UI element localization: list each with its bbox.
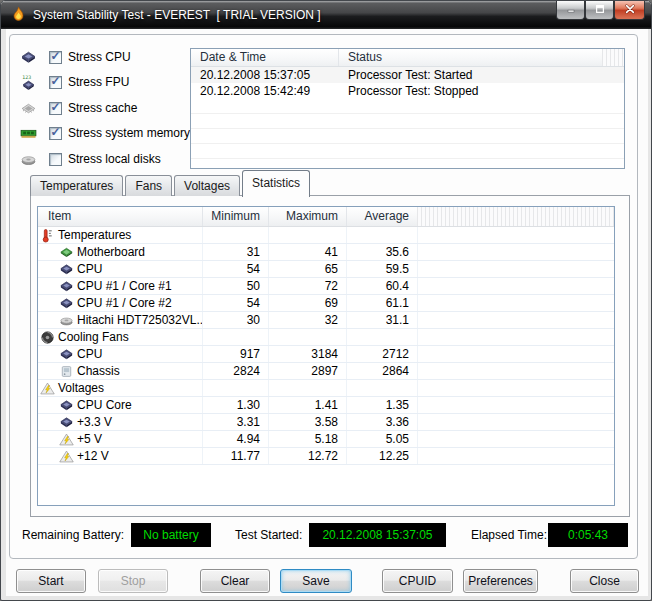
row-average: 2712 [346,346,417,362]
dialog-button[interactable]: Save [280,569,352,593]
column-header-status[interactable]: Status [339,49,602,66]
column-header-minimum[interactable]: Minimum [202,207,268,226]
column-header-date-time[interactable]: Date & Time [191,49,339,66]
column-header-average[interactable]: Average [346,207,417,226]
dialog-button[interactable]: Start [16,569,86,593]
remaining-battery-label: Remaining Battery: [22,523,124,547]
row-average [346,227,417,243]
row-label: CPU [77,346,102,362]
tab[interactable]: Statistics [242,170,310,197]
row-maximum [268,227,346,243]
test-started-label: Test Started: [235,523,302,547]
table-row[interactable]: Chassis 2824 2897 2864 [38,363,614,380]
row-minimum: 4.94 [202,431,268,447]
maximize-button[interactable] [585,1,614,20]
dialog-button[interactable]: Stop [98,569,168,593]
table-row[interactable]: CPU 54 65 59.5 [38,261,614,278]
row-label: Chassis [77,363,120,379]
stress-option-row[interactable]: Stress cache [20,98,137,118]
dialog-button[interactable]: CPUID [382,569,453,593]
row-maximum: 69 [268,295,346,311]
row-label: +12 V [77,448,109,464]
table-row[interactable]: +12 V 11.77 12.72 12.25 [38,448,614,465]
table-row[interactable]: +5 V 4.94 5.18 5.05 [38,431,614,448]
row-maximum: 12.72 [268,448,346,464]
stress-option-row[interactable]: Stress system memory [20,123,190,143]
checkbox[interactable] [49,127,62,140]
table-row[interactable]: CPU #1 / Core #1 50 72 60.4 [38,278,614,295]
table-row[interactable]: CPU #1 / Core #2 54 69 61.1 [38,295,614,312]
dialog-button[interactable]: Close [570,569,639,593]
maximize-icon [594,3,606,18]
column-header-item[interactable]: Item [38,207,202,226]
statistics-table-body: Temperatures Motherboard 31 [38,227,614,465]
stress-option-row[interactable]: 123 Stress FPU [20,72,129,92]
row-minimum: 917 [202,346,268,362]
tab[interactable]: Voltages [174,175,240,196]
table-row[interactable]: Hitachi HDT725032VL... 30 32 31.1 [38,312,614,329]
minimize-icon [565,3,577,18]
row-minimum: 11.77 [202,448,268,464]
cpu-icon [20,49,37,66]
cpu-icon [59,262,74,277]
table-row[interactable]: CPU 917 3184 2712 [38,346,614,363]
row-maximum [268,329,346,345]
elapsed-time-label: Elapsed Time: [471,523,547,547]
table-row[interactable]: +3.3 V 3.31 3.58 3.36 [38,414,614,431]
row-label: CPU [77,261,102,277]
row-average [346,329,417,345]
row-maximum: 65 [268,261,346,277]
event-log-list: Date & Time Status 20.12.2008 15:37:05 P… [190,48,625,169]
close-button[interactable] [614,1,645,20]
motherboard-icon [59,245,74,260]
dialog-button[interactable]: Clear [200,569,270,593]
stress-option-row[interactable]: Stress local disks [20,149,161,169]
row-average: 61.1 [346,295,417,311]
row-average: 5.05 [346,431,417,447]
tab[interactable]: Fans [125,175,172,196]
row-label: Motherboard [77,244,145,260]
row-label: CPU Core [77,397,132,413]
close-icon [624,3,636,18]
tab[interactable]: Temperatures [30,175,123,196]
checkbox[interactable] [49,51,62,64]
table-row[interactable]: Cooling Fans [38,329,614,346]
test-started-value: 20.12.2008 15:37:05 [309,523,446,547]
window-title: System Stability Test - EVEREST [ TRIAL … [33,1,321,29]
row-maximum [268,380,346,396]
event-log-empty-area [191,99,624,168]
stress-option-row[interactable]: Stress CPU [20,47,131,67]
row-maximum: 3.58 [268,414,346,430]
row-average [346,380,417,396]
cpu-icon [59,347,74,362]
row-average: 31.1 [346,312,417,328]
checkbox[interactable] [49,76,62,89]
checkbox[interactable] [49,153,62,166]
row-average: 60.4 [346,278,417,294]
row-maximum: 41 [268,244,346,260]
row-minimum: 54 [202,261,268,277]
minimize-button[interactable] [556,1,585,20]
row-average: 59.5 [346,261,417,277]
flame-icon [10,6,27,23]
table-row[interactable]: Motherboard 31 41 35.6 [38,244,614,261]
client-area: Stress CPU 123 Stress FPU Stress cache S… [6,29,648,596]
memory-icon [20,125,37,142]
table-row[interactable]: CPU Core 1.30 1.41 1.35 [38,397,614,414]
disk-icon [59,313,74,328]
event-log-rows: 20.12.2008 15:37:05 Processor Test: Star… [191,67,624,99]
checkbox[interactable] [49,102,62,115]
table-row[interactable]: Temperatures [38,227,614,244]
dialog-button[interactable]: Preferences [463,569,538,593]
caption-buttons [556,1,645,20]
row-label: +5 V [77,431,102,447]
event-log-header: Date & Time Status [191,49,624,67]
event-log-row[interactable]: 20.12.2008 15:42:49 Processor Test: Stop… [191,83,624,99]
row-label: Cooling Fans [58,329,129,345]
table-row[interactable]: Voltages [38,380,614,397]
event-log-row[interactable]: 20.12.2008 15:37:05 Processor Test: Star… [191,67,624,83]
column-header-maximum[interactable]: Maximum [268,207,346,226]
row-maximum: 72 [268,278,346,294]
disk-icon [20,151,37,168]
titlebar[interactable]: System Stability Test - EVEREST [ TRIAL … [1,1,651,29]
